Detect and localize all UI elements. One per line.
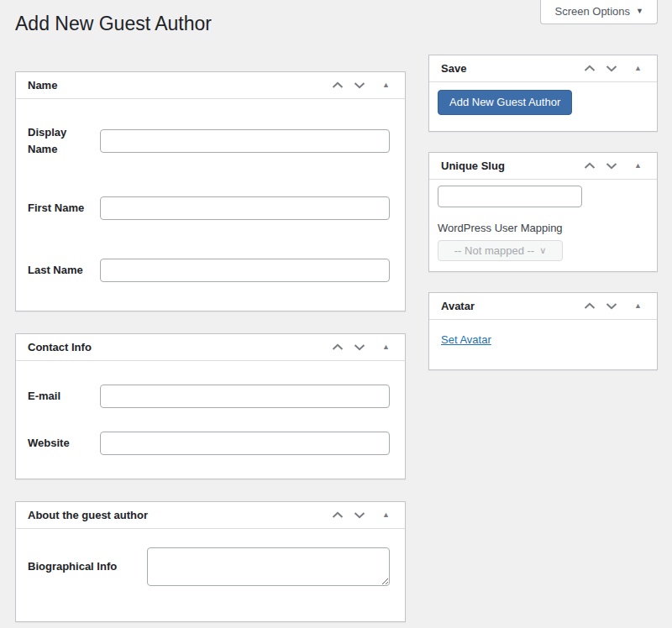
chevron-up-icon: [332, 343, 344, 351]
add-new-guest-author-button[interactable]: Add New Guest Author: [438, 90, 572, 115]
last-name-row: Last Name: [28, 259, 390, 282]
avatar-metabox-title: Avatar: [441, 300, 475, 312]
side-column: Save ▲ Add New Guest Author Unique Slug: [428, 55, 658, 390]
collapse-triangle-icon: ▲: [375, 81, 390, 89]
move-up-button[interactable]: [327, 510, 349, 521]
chevron-down-icon: [606, 302, 617, 310]
collapse-triangle-icon: ▲: [627, 302, 642, 310]
about-metabox-header[interactable]: About the guest author ▲: [16, 502, 405, 529]
email-input[interactable]: [100, 385, 390, 408]
chevron-up-icon: [584, 162, 596, 170]
bio-row: Biographical Info: [28, 547, 390, 586]
collapse-triangle-icon: ▲: [627, 65, 642, 72]
unique-slug-metabox-title: Unique Slug: [441, 160, 505, 172]
user-mapping-selected-value: -- Not mapped --: [454, 244, 534, 257]
chevron-up-icon: [332, 511, 344, 519]
collapse-triangle-icon: ▲: [375, 343, 390, 351]
collapse-toggle-button[interactable]: ▲: [622, 160, 647, 171]
chevron-up-icon: [332, 81, 344, 89]
collapse-triangle-icon: ▲: [375, 511, 390, 519]
move-down-button[interactable]: [601, 160, 622, 171]
avatar-metabox-header[interactable]: Avatar ▲: [429, 293, 657, 320]
first-name-input[interactable]: [100, 196, 390, 220]
unique-slug-metabox-body: WordPress User Mapping -- Not mapped -- …: [429, 180, 657, 271]
contact-info-metabox-title: Contact Info: [28, 341, 92, 353]
first-name-label: First Name: [28, 200, 100, 217]
website-label: Website: [28, 435, 100, 452]
select-chevron-down-icon: ∨: [539, 246, 546, 255]
metabox-handle-actions: ▲: [327, 510, 395, 521]
biographical-info-label: Biographical Info: [28, 558, 147, 575]
about-metabox-title: About the guest author: [28, 509, 148, 521]
chevron-down-icon: [606, 162, 617, 170]
move-up-button[interactable]: [579, 63, 601, 74]
main-column: Name ▲ Display Name First Name: [15, 71, 406, 628]
move-up-button[interactable]: [327, 80, 349, 91]
chevron-down-icon: [354, 511, 365, 519]
unique-slug-metabox-header[interactable]: Unique Slug ▲: [429, 153, 657, 180]
page-title: Add New Guest Author: [15, 12, 212, 37]
biographical-info-textarea[interactable]: [147, 547, 390, 586]
website-input[interactable]: [100, 432, 390, 455]
contact-info-metabox-header[interactable]: Contact Info ▲: [16, 334, 405, 361]
about-metabox: About the guest author ▲ Biographical In…: [15, 501, 406, 622]
save-metabox-body: Add New Guest Author: [429, 82, 657, 131]
move-down-button[interactable]: [349, 80, 370, 91]
name-metabox: Name ▲ Display Name First Name: [15, 71, 406, 311]
about-metabox-body: Biographical Info: [16, 529, 405, 621]
avatar-metabox-body: Set Avatar: [429, 320, 657, 369]
move-up-button[interactable]: [579, 301, 601, 311]
chevron-up-icon: [584, 65, 596, 72]
screen-options-button[interactable]: Screen Options ▼: [540, 0, 658, 24]
set-avatar-link[interactable]: Set Avatar: [441, 333, 491, 346]
unique-slug-input[interactable]: [438, 186, 582, 207]
collapse-triangle-icon: ▲: [627, 162, 642, 170]
contact-info-metabox-body: E-mail Website: [16, 361, 405, 479]
chevron-down-icon: [354, 81, 365, 89]
name-metabox-title: Name: [28, 79, 57, 92]
save-metabox-title: Save: [441, 62, 466, 75]
save-metabox-header[interactable]: Save ▲: [429, 55, 657, 82]
display-name-input[interactable]: [100, 129, 390, 153]
last-name-input[interactable]: [100, 259, 390, 282]
name-metabox-body: Display Name First Name Last Name: [16, 99, 405, 311]
email-label: E-mail: [28, 388, 100, 405]
display-name-row: Display Name: [28, 124, 390, 158]
move-down-button[interactable]: [601, 301, 622, 311]
first-name-row: First Name: [28, 196, 390, 220]
move-down-button[interactable]: [349, 342, 370, 353]
move-down-button[interactable]: [601, 63, 622, 74]
move-up-button[interactable]: [327, 342, 349, 353]
metabox-handle-actions: ▲: [327, 342, 395, 353]
collapse-toggle-button[interactable]: ▲: [370, 342, 395, 353]
email-row: E-mail: [28, 385, 390, 408]
chevron-down-icon: [606, 65, 617, 72]
move-down-button[interactable]: [349, 510, 370, 521]
metabox-handle-actions: ▲: [579, 160, 647, 171]
metabox-handle-actions: ▲: [579, 63, 647, 74]
metabox-handle-actions: ▲: [327, 80, 395, 91]
name-metabox-header[interactable]: Name ▲: [16, 72, 405, 99]
collapse-toggle-button[interactable]: ▲: [622, 63, 647, 74]
user-mapping-select[interactable]: -- Not mapped -- ∨: [438, 240, 563, 261]
website-row: Website: [28, 432, 390, 455]
save-metabox: Save ▲ Add New Guest Author: [428, 55, 658, 132]
metabox-handle-actions: ▲: [579, 301, 647, 311]
screen-options-label: Screen Options: [554, 5, 630, 18]
display-name-label: Display Name: [28, 124, 100, 158]
user-mapping-label: WordPress User Mapping: [438, 222, 648, 234]
caret-down-icon: ▼: [636, 8, 643, 15]
avatar-metabox: Avatar ▲ Set Avatar: [428, 292, 658, 370]
move-up-button[interactable]: [579, 160, 601, 171]
unique-slug-metabox: Unique Slug ▲ WordPress User Mapping -- …: [428, 152, 658, 272]
collapse-toggle-button[interactable]: ▲: [370, 80, 395, 91]
last-name-label: Last Name: [28, 262, 100, 279]
chevron-down-icon: [354, 343, 365, 351]
chevron-up-icon: [584, 302, 596, 310]
contact-info-metabox: Contact Info ▲ E-mail Website: [15, 333, 406, 479]
collapse-toggle-button[interactable]: ▲: [370, 510, 395, 521]
collapse-toggle-button[interactable]: ▲: [622, 301, 647, 311]
